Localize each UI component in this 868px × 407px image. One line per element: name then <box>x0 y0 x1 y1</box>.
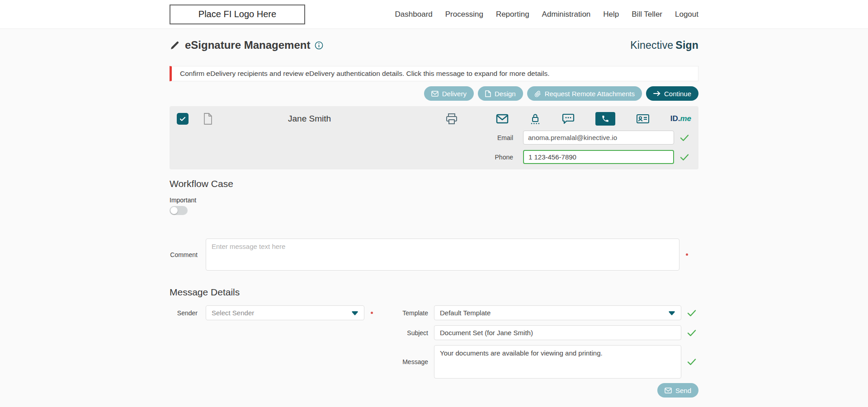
email-input[interactable] <box>523 131 674 145</box>
template-dropdown[interactable]: Default Template <box>434 305 681 320</box>
recipient-panel: Jane Smith <box>170 106 698 169</box>
info-icon[interactable] <box>315 41 323 50</box>
phone-label: Phone <box>495 154 513 161</box>
email-valid-check-icon <box>678 134 691 141</box>
top-header: Place FI Logo Here Dashboard Processing … <box>0 0 868 29</box>
sender-label: Sender <box>170 309 198 317</box>
template-selected-value: Default Template <box>440 309 665 317</box>
page-design-icon <box>485 90 491 97</box>
arrow-right-icon <box>653 91 660 96</box>
paperclip-icon <box>534 90 541 97</box>
action-buttons-row: Delivery Design Request Remote Attachmen… <box>170 86 698 101</box>
chevron-down-icon <box>351 310 359 316</box>
design-button[interactable]: Design <box>478 86 523 101</box>
send-row: Send <box>170 383 698 398</box>
nav-logout[interactable]: Logout <box>675 10 698 19</box>
nav-dashboard[interactable]: Dashboard <box>395 10 433 19</box>
document-icon[interactable] <box>203 112 213 125</box>
main-content: eSignature Management KinectiveSign Conf… <box>170 29 698 398</box>
request-remote-attachments-button[interactable]: Request Remote Attachments <box>527 86 642 101</box>
phone-call-icon-selected[interactable] <box>595 112 615 126</box>
edelivery-alert-banner[interactable]: Confirm eDelivery recipients and review … <box>170 66 698 81</box>
delivery-method-icons: ID.me <box>445 112 691 126</box>
delivery-button[interactable]: Delivery <box>424 86 474 101</box>
sender-selected-value: Select Sender <box>212 309 348 317</box>
nav-reporting[interactable]: Reporting <box>496 10 529 19</box>
message-details-title: Message Details <box>170 287 698 298</box>
required-dot <box>371 312 373 314</box>
recipient-checkbox[interactable] <box>177 113 189 125</box>
fi-logo-placeholder: Place FI Logo Here <box>170 5 305 24</box>
phone-input[interactable] <box>523 150 674 164</box>
nav-bill-teller[interactable]: Bill Teller <box>632 10 662 19</box>
workflow-case-title: Workflow Case <box>170 178 698 189</box>
subject-input[interactable] <box>434 325 681 340</box>
chevron-down-icon <box>668 310 675 316</box>
brand-first: Kinective <box>630 39 673 51</box>
nav-administration[interactable]: Administration <box>542 10 591 19</box>
send-button[interactable]: Send <box>657 383 698 398</box>
kinective-sign-brand: KinectiveSign <box>630 39 698 51</box>
comment-textarea[interactable] <box>206 239 679 271</box>
idme-id-text: ID. <box>670 114 680 123</box>
passcode-lock-icon[interactable] <box>529 113 541 125</box>
sms-chat-icon[interactable] <box>562 113 575 125</box>
main-nav: Dashboard Processing Reporting Administr… <box>395 10 698 19</box>
message-valid-check-icon <box>685 358 698 365</box>
print-icon[interactable] <box>445 113 458 125</box>
title-row: eSignature Management KinectiveSign <box>170 29 698 51</box>
brand-second: Sign <box>675 39 698 51</box>
template-valid-check-icon <box>685 309 698 317</box>
message-details-form: Sender Select Sender Template Default Te… <box>170 305 698 379</box>
recipient-name: Jane Smith <box>288 114 331 124</box>
delivery-button-label: Delivery <box>442 90 467 98</box>
continue-button-label: Continue <box>664 90 691 98</box>
continue-button[interactable]: Continue <box>646 86 698 101</box>
email-delivery-icon[interactable] <box>496 114 509 124</box>
checkmark-icon <box>179 115 186 122</box>
id-card-icon[interactable] <box>636 114 650 124</box>
important-label: Important <box>170 196 698 204</box>
subject-label: Subject <box>388 329 428 337</box>
fi-logo-text: Place FI Logo Here <box>198 9 276 19</box>
envelope-icon <box>431 91 439 97</box>
comment-label: Comment <box>170 251 198 258</box>
alert-message: Confirm eDelivery recipients and review … <box>180 70 550 78</box>
send-button-label: Send <box>675 387 691 394</box>
email-label: Email <box>497 134 513 141</box>
page-title: eSignature Management <box>185 39 310 51</box>
nav-processing[interactable]: Processing <box>445 10 483 19</box>
comment-row: Comment <box>170 239 698 271</box>
request-remote-attachments-label: Request Remote Attachments <box>545 90 635 98</box>
important-toggle[interactable] <box>170 206 188 215</box>
signature-pen-icon <box>170 40 180 51</box>
nav-help[interactable]: Help <box>603 10 619 19</box>
subject-valid-check-icon <box>685 329 698 337</box>
phone-valid-check-icon <box>678 154 691 161</box>
template-label: Template <box>388 309 428 317</box>
sender-dropdown[interactable]: Select Sender <box>206 305 364 320</box>
idme-me-text: me <box>680 114 691 123</box>
message-label: Message <box>388 358 428 365</box>
message-textarea[interactable]: Your documents are available for viewing… <box>434 345 681 379</box>
envelope-icon <box>665 388 672 393</box>
idme-logo[interactable]: ID.me <box>670 114 691 123</box>
required-dot <box>686 253 688 256</box>
design-button-label: Design <box>495 90 516 98</box>
toggle-knob <box>170 207 178 214</box>
